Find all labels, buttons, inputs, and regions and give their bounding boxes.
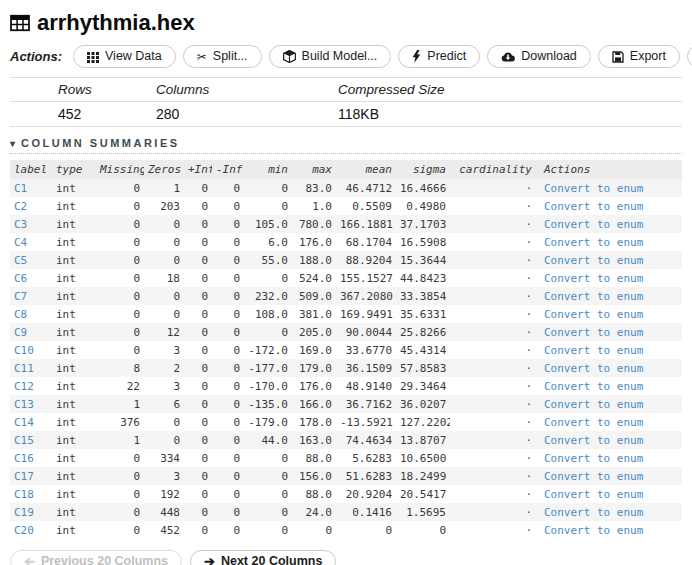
column-label-link[interactable]: C4	[10, 233, 52, 251]
max-cell: 163.0	[292, 431, 336, 449]
convert-to-enum-link[interactable]: Convert to enum	[544, 380, 643, 393]
convert-to-enum-link[interactable]: Convert to enum	[544, 290, 643, 303]
convert-to-enum-link[interactable]: Convert to enum	[544, 470, 643, 483]
column-label-link[interactable]: C7	[10, 287, 52, 305]
convert-to-enum-link[interactable]: Convert to enum	[544, 434, 643, 447]
neg-inf-cell: 0	[212, 359, 244, 377]
build-model-button[interactable]: Build Model...	[269, 45, 392, 68]
page-title-text: arrhythmia.hex	[37, 10, 195, 36]
convert-to-enum-link[interactable]: Convert to enum	[544, 344, 643, 357]
zeros-cell: 6	[144, 395, 184, 413]
convert-to-enum-link[interactable]: Convert to enum	[544, 272, 643, 285]
actions-cell: Convert to enum	[536, 521, 682, 539]
column-label-link[interactable]: C10	[10, 341, 52, 359]
column-label-link[interactable]: C17	[10, 467, 52, 485]
convert-to-enum-link[interactable]: Convert to enum	[544, 326, 643, 339]
column-summaries-header[interactable]: ▾ COLUMN SUMMARIES	[10, 137, 682, 154]
min-cell: -177.0	[244, 359, 292, 377]
min-cell: 0	[244, 503, 292, 521]
neg-inf-cell: 0	[212, 449, 244, 467]
min-cell: 0	[244, 179, 292, 197]
convert-to-enum-link[interactable]: Convert to enum	[544, 416, 643, 429]
column-label-link[interactable]: C11	[10, 359, 52, 377]
mean-cell: 68.1704	[336, 233, 396, 251]
min-cell: 44.0	[244, 431, 292, 449]
column-label-link[interactable]: C15	[10, 431, 52, 449]
convert-to-enum-link[interactable]: Convert to enum	[544, 200, 643, 213]
column-label-link[interactable]: C18	[10, 485, 52, 503]
max-cell: 169.0	[292, 341, 336, 359]
column-label-link[interactable]: C13	[10, 395, 52, 413]
zeros-cell: 452	[144, 521, 184, 539]
column-label-link[interactable]: C19	[10, 503, 52, 521]
pos-inf-cell: 0	[184, 233, 212, 251]
min-cell: -172.0	[244, 341, 292, 359]
neg-inf-cell: 0	[212, 269, 244, 287]
convert-to-enum-link[interactable]: Convert to enum	[544, 506, 643, 519]
column-label-link[interactable]: C14	[10, 413, 52, 431]
split-button[interactable]: ✂ Split...	[183, 45, 262, 68]
next-20-columns-button[interactable]: ➔ Next 20 Columns	[190, 550, 336, 565]
col-header-min: min	[244, 160, 292, 179]
convert-to-enum-link[interactable]: Convert to enum	[544, 524, 643, 537]
summary-row: C2int02030001.00.55090.4980·Convert to e…	[10, 197, 682, 215]
convert-to-enum-link[interactable]: Convert to enum	[544, 308, 643, 321]
convert-to-enum-link[interactable]: Convert to enum	[544, 254, 643, 267]
sigma-cell: 25.8266	[396, 323, 450, 341]
column-label-link[interactable]: C6	[10, 269, 52, 287]
summary-row: C4int00006.0176.068.170416.5908·Convert …	[10, 233, 682, 251]
neg-inf-cell: 0	[212, 287, 244, 305]
convert-to-enum-link[interactable]: Convert to enum	[544, 218, 643, 231]
col-header-missing: Missing	[96, 160, 144, 179]
zeros-cell: 192	[144, 485, 184, 503]
type-cell: int	[52, 359, 96, 377]
column-label-link[interactable]: C9	[10, 323, 52, 341]
cardinality-cell: ·	[450, 485, 536, 503]
min-cell: 108.0	[244, 305, 292, 323]
type-cell: int	[52, 179, 96, 197]
col-header-neg-inf: -Inf	[212, 160, 244, 179]
mean-cell: 155.1527	[336, 269, 396, 287]
view-data-button[interactable]: View Data	[73, 45, 176, 68]
neg-inf-cell: 0	[212, 323, 244, 341]
previous-20-columns-button[interactable]: ➔ Previous 20 Columns	[10, 550, 182, 565]
max-cell: 188.0	[292, 251, 336, 269]
convert-to-enum-link[interactable]: Convert to enum	[544, 182, 643, 195]
missing-cell: 0	[96, 269, 144, 287]
sigma-cell: 29.3464	[396, 377, 450, 395]
column-label-link[interactable]: C12	[10, 377, 52, 395]
max-cell: 178.0	[292, 413, 336, 431]
convert-to-enum-link[interactable]: Convert to enum	[544, 488, 643, 501]
column-label-link[interactable]: C1	[10, 179, 52, 197]
predict-button[interactable]: Predict	[398, 45, 480, 68]
column-label-link[interactable]: C16	[10, 449, 52, 467]
mean-cell: 169.9491	[336, 305, 396, 323]
convert-to-enum-link[interactable]: Convert to enum	[544, 236, 643, 249]
zeros-cell: 1	[144, 179, 184, 197]
pos-inf-cell: 0	[184, 323, 212, 341]
delete-button[interactable]: Delete	[687, 45, 692, 68]
column-label-link[interactable]: C20	[10, 521, 52, 539]
export-button[interactable]: Export	[598, 45, 680, 68]
column-label-link[interactable]: C8	[10, 305, 52, 323]
column-label-link[interactable]: C2	[10, 197, 52, 215]
column-label-link[interactable]: C5	[10, 251, 52, 269]
summary-row: C18int019200088.020.920420.5417·Convert …	[10, 485, 682, 503]
actions-cell: Convert to enum	[536, 485, 682, 503]
missing-cell: 0	[96, 503, 144, 521]
convert-to-enum-link[interactable]: Convert to enum	[544, 362, 643, 375]
convert-to-enum-link[interactable]: Convert to enum	[544, 398, 643, 411]
actions-label: Actions:	[10, 49, 62, 64]
column-label-link[interactable]: C3	[10, 215, 52, 233]
missing-cell: 22	[96, 377, 144, 395]
convert-to-enum-link[interactable]: Convert to enum	[544, 452, 643, 465]
mean-cell: 5.6283	[336, 449, 396, 467]
mean-cell: 20.9204	[336, 485, 396, 503]
download-button[interactable]: Download	[487, 45, 591, 68]
cardinality-cell: ·	[450, 431, 536, 449]
type-cell: int	[52, 521, 96, 539]
actions-toolbar: Actions: View Data ✂ Split... Build Mode	[10, 45, 682, 68]
actions-cell: Convert to enum	[536, 395, 682, 413]
max-cell: 179.0	[292, 359, 336, 377]
missing-cell: 0	[96, 341, 144, 359]
